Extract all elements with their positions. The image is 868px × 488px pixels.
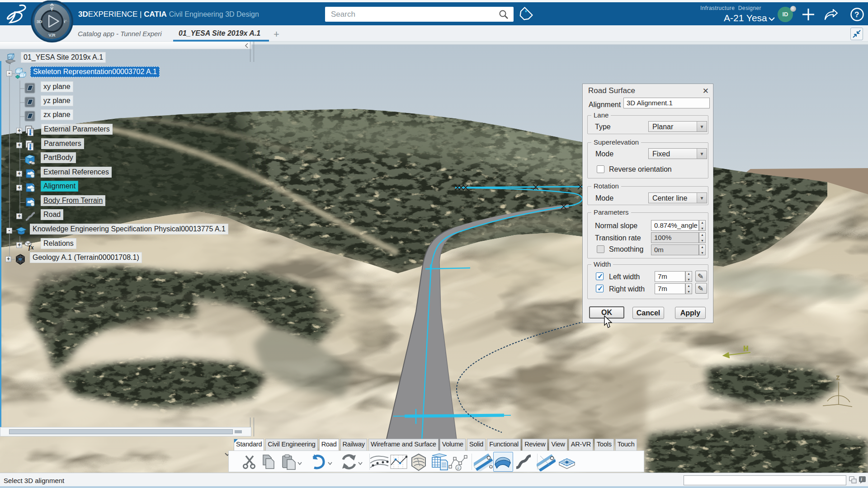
svg-text:Y: Y [50,6,53,12]
svg-text:H: H [744,345,748,352]
svg-text:Z: Z [836,375,840,380]
svg-text:P3: P3 [8,56,12,59]
svg-text:?: ? [854,10,859,19]
svg-text:V.R: V.R [48,33,55,38]
svg-text:i: i [861,477,862,482]
svg-text:3D: 3D [37,19,42,24]
svg-text:i´: i´ [64,19,66,24]
svg-text:fx: fx [28,244,34,251]
